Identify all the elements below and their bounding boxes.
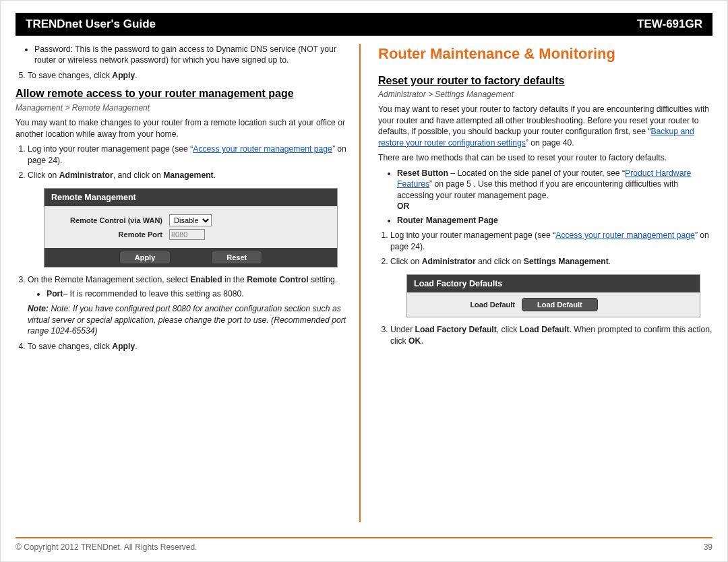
right-step-2: Click on Administrator and click on Sett… (390, 256, 712, 267)
load-default-button[interactable]: Load Default (522, 298, 598, 311)
load-defaults-title: Load Factory Defaults (407, 275, 700, 293)
reset-button-bullet: Reset Button – Located on the side panel… (397, 168, 712, 212)
link-access-mgmt[interactable]: Access your router management page (193, 144, 332, 154)
left-step-4: To save changes, click Apply. (28, 341, 350, 352)
right-column: Router Maintenance & Monitoring Reset yo… (378, 44, 712, 522)
apply-button[interactable]: Apply (119, 251, 171, 264)
page-number: 39 (704, 542, 712, 552)
header-title-right: TEW-691GR (637, 18, 702, 31)
link-access-mgmt-2[interactable]: Access your router management page (555, 230, 695, 240)
heading-remote-access: Allow remote access to your router manag… (16, 86, 350, 101)
page: TRENDnet User's Guide TEW-691GR Password… (0, 0, 728, 562)
left-column: Password: This is the password to gain a… (16, 44, 361, 522)
remote-port-input[interactable] (169, 229, 205, 240)
load-defaults-panel: Load Factory Defaults Load Default Load … (406, 274, 700, 318)
remote-control-label: Remote Control (via WAN) (51, 216, 169, 226)
left-step-1: Log into your router management page (se… (28, 144, 350, 166)
remote-management-panel: Remote Management Remote Control (via WA… (44, 188, 338, 268)
header-bar: TRENDnet User's Guide TEW-691GR (16, 13, 712, 36)
reset-intro: You may want to reset your router to fac… (378, 104, 712, 148)
header-title-left: TRENDnet User's Guide (26, 18, 156, 31)
remote-port-label: Remote Port (51, 230, 169, 240)
step-5: To save changes, click Apply. (28, 70, 350, 81)
footer: © Copyright 2012 TRENDnet. All Rights Re… (16, 537, 712, 552)
right-step-3: Under Load Factory Default, click Load D… (390, 324, 712, 346)
copyright: © Copyright 2012 TRENDnet. All Rights Re… (16, 542, 197, 552)
mgmt-page-bullet: Router Management Page (397, 215, 712, 226)
intro-left: You may want to make changes to your rou… (16, 117, 350, 139)
remote-control-select[interactable]: Disable (169, 214, 212, 226)
two-methods: There are two methods that can be used t… (378, 152, 712, 163)
port-bullet: Port– It is recommended to leave this se… (47, 288, 350, 299)
left-step-2: Click on Administrator, and click on Man… (28, 170, 350, 181)
heading-reset: Reset your router to factory defaults (378, 73, 712, 88)
reset-button[interactable]: Reset (211, 251, 262, 264)
remote-management-title: Remote Management (44, 189, 337, 207)
nav-path-left: Management > Remote Management (16, 102, 350, 113)
port-note: Note: Note: If you have configured port … (28, 303, 350, 336)
heading-maintenance: Router Maintenance & Monitoring (378, 44, 712, 64)
left-step-3: On the Remote Management section, select… (28, 274, 350, 336)
nav-path-right: Administrator > Settings Management (378, 89, 712, 100)
right-step-1: Log into your router management page (se… (390, 230, 712, 252)
password-bullet: Password: This is the password to gain a… (34, 44, 350, 66)
load-default-label: Load Default (414, 300, 522, 310)
content-columns: Password: This is the password to gain a… (16, 44, 712, 522)
